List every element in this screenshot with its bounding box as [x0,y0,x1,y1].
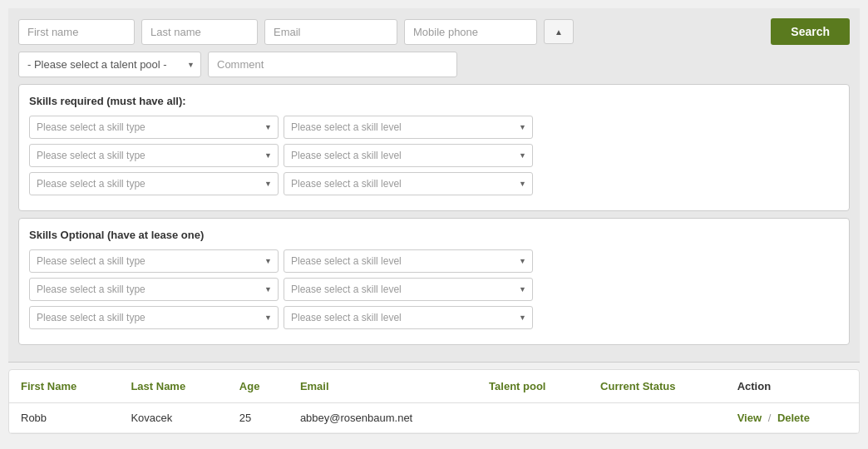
cell-current-status [589,403,726,433]
col-header-first-name: First Name [9,370,119,403]
skill-required-type-3[interactable]: Please select a skill type [29,172,279,195]
skill-required-type-1[interactable]: Please select a skill type [29,116,279,139]
first-name-input[interactable] [18,19,135,45]
action-separator: / [765,412,774,424]
cell-action: View / Delete [726,403,859,433]
cell-last-name: Kovacek [119,403,227,433]
skill-required-level-2[interactable]: Please select a skill level [284,144,533,167]
skill-opt-level-2-wrapper: Please select a skill level [284,278,533,301]
chevron-up-icon [555,26,563,37]
skill-opt-level-3-wrapper: Please select a skill level [284,306,533,329]
search-button[interactable]: Search [771,18,850,45]
view-link[interactable]: View [737,412,762,424]
cell-email: abbey@rosenbaum.net [289,403,477,433]
last-name-input[interactable] [141,19,258,45]
col-header-talent-pool: Talent pool [477,370,589,403]
skill-level-2-wrapper: Please select a skill level [284,144,533,167]
search-row-2: - Please select a talent pool - [18,52,850,77]
search-panel: Search - Please select a talent pool - S… [8,8,860,363]
cell-first-name: Robb [9,403,119,433]
table-header-row: First Name Last Name Age Email Talent po… [9,370,859,403]
skill-optional-level-1[interactable]: Please select a skill level [284,249,533,273]
skill-required-type-2[interactable]: Please select a skill type [29,144,279,167]
search-row-1: Search [18,18,850,45]
skill-optional-level-3[interactable]: Please select a skill level [284,306,533,329]
cell-talent-pool [477,403,589,433]
skill-required-level-3[interactable]: Please select a skill level [284,172,533,195]
skill-required-row-2: Please select a skill type Please select… [29,144,839,167]
skill-optional-row-3: Please select a skill type Please select… [29,306,839,329]
skill-opt-type-2-wrapper: Please select a skill type [29,278,279,301]
skill-type-1-wrapper: Please select a skill type [29,116,279,139]
skill-optional-row-1: Please select a skill type Please select… [29,249,839,273]
skill-opt-type-1-wrapper: Please select a skill type [29,249,279,273]
skills-optional-section: Skills Optional (have at lease one) Plea… [18,218,850,345]
skill-optional-level-2[interactable]: Please select a skill level [284,278,533,301]
talent-pool-wrapper: - Please select a talent pool - [18,52,201,77]
table-row: RobbKovacek25abbey@rosenbaum.netView / D… [9,403,859,433]
skill-type-2-wrapper: Please select a skill type [29,144,279,167]
skill-opt-level-1-wrapper: Please select a skill level [284,249,533,273]
skill-required-row-1: Please select a skill type Please select… [29,116,839,139]
delete-link[interactable]: Delete [777,412,810,424]
cell-age: 25 [228,403,289,433]
skill-level-1-wrapper: Please select a skill level [284,116,533,139]
col-header-last-name: Last Name [119,370,227,403]
skill-type-3-wrapper: Please select a skill type [29,172,279,195]
col-header-email: Email [289,370,477,403]
results-section: First Name Last Name Age Email Talent po… [8,369,860,434]
results-table: First Name Last Name Age Email Talent po… [9,370,859,433]
skills-required-title: Skills required (must have all): [29,95,839,107]
skill-required-level-1[interactable]: Please select a skill level [284,116,533,139]
col-header-current-status: Current Status [589,370,726,403]
col-header-age: Age [228,370,289,403]
skill-required-row-3: Please select a skill type Please select… [29,172,839,195]
skills-required-section: Skills required (must have all): Please … [18,84,850,211]
skill-optional-type-2[interactable]: Please select a skill type [29,278,279,301]
collapse-button[interactable] [544,19,574,44]
mobile-phone-input[interactable] [404,19,537,45]
skill-optional-row-2: Please select a skill type Please select… [29,278,839,301]
skill-level-3-wrapper: Please select a skill level [284,172,533,195]
skill-optional-type-1[interactable]: Please select a skill type [29,249,279,273]
col-header-action: Action [726,370,859,403]
skill-optional-type-3[interactable]: Please select a skill type [29,306,279,329]
skill-opt-type-3-wrapper: Please select a skill type [29,306,279,329]
talent-pool-select[interactable]: - Please select a talent pool - [18,52,201,77]
skills-optional-title: Skills Optional (have at lease one) [29,229,839,241]
comment-input[interactable] [208,52,457,77]
email-input[interactable] [264,19,397,45]
